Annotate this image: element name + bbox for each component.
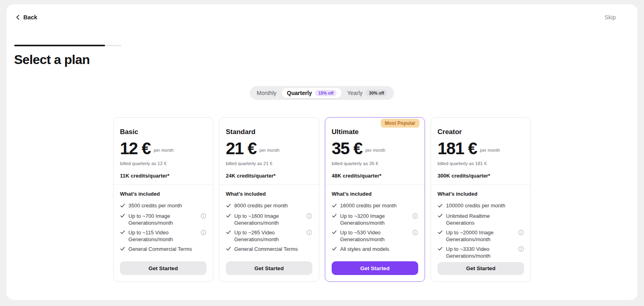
feature-text: Up to ~115 Video Generations/month [128, 229, 192, 243]
plan-price: 12 € [120, 140, 151, 157]
feature-item: Up to ~115 Video Generations/month [120, 229, 206, 243]
info-icon[interactable] [200, 213, 206, 221]
credits-per-quarter: 300K credits/quarter* [438, 173, 524, 179]
title-section: Select a plan [6, 45, 638, 67]
plan-name: Creator [438, 128, 524, 136]
info-icon[interactable] [412, 229, 418, 237]
check-icon [226, 213, 231, 220]
feature-text: Up to ~1600 Image Generations/month [234, 213, 298, 226]
check-icon [332, 213, 337, 220]
page-title: Select a plan [14, 52, 638, 67]
back-button[interactable]: Back [15, 14, 37, 21]
feature-item: General Commercial Terms [120, 246, 206, 253]
check-icon [120, 246, 125, 253]
feature-text: 16000 credits per month [340, 202, 404, 209]
price-row: 181 € per month [438, 140, 524, 157]
plan-name: Standard [226, 128, 312, 136]
skip-button[interactable]: Skip [605, 14, 616, 21]
price-row: 35 € per month [332, 140, 418, 157]
progress-bar [14, 45, 121, 46]
check-icon [332, 229, 337, 236]
card-divider [325, 184, 425, 185]
toggle-option-yearly[interactable]: Yearly 30% off [342, 88, 392, 98]
credits-per-quarter: 11K credits/quarter* [120, 173, 206, 179]
toggle-option-quarterly[interactable]: Quarterly 15% off [282, 88, 342, 98]
check-icon [438, 229, 443, 236]
toggle-label: Yearly [347, 90, 362, 96]
toggle-option-monthly[interactable]: Monthly [252, 88, 282, 98]
feature-item: 16000 credits per month [332, 202, 418, 210]
included-title: What’s included [438, 191, 524, 197]
card-divider [431, 184, 530, 185]
check-icon [120, 229, 125, 236]
feature-list: 16000 credits per month Up to ~3200 Imag… [332, 202, 418, 256]
get-started-button[interactable]: Get Started [120, 261, 206, 275]
check-icon [332, 246, 337, 253]
feature-item: 100000 credits per month [438, 202, 524, 210]
header-bar: Back Skip [6, 4, 638, 21]
back-label: Back [23, 14, 37, 21]
feature-list: 3500 credits per month Up to ~700 Image … [120, 202, 206, 256]
check-icon [120, 213, 125, 220]
included-title: What’s included [120, 191, 206, 197]
info-icon[interactable] [200, 229, 206, 237]
discount-badge: 15% off [315, 90, 336, 97]
feature-item: General Commercial Terms [226, 246, 312, 253]
feature-item: Up to ~20000 Image Generations/month [438, 229, 524, 243]
discount-badge: 30% off [366, 90, 387, 97]
info-icon[interactable] [518, 246, 524, 254]
plan-price: 21 € [226, 140, 256, 157]
get-started-button[interactable]: Get Started [332, 261, 418, 275]
plan-price: 181 € [438, 140, 477, 157]
get-started-button[interactable]: Get Started [438, 262, 524, 275]
info-icon[interactable] [306, 213, 312, 221]
feature-item: Up to ~265 Video Generations/month [226, 229, 312, 243]
feature-item: Unlimited Realtime Generations [438, 213, 524, 226]
toggle-label: Monthly [257, 90, 277, 96]
info-icon[interactable] [412, 213, 418, 221]
feature-text: Up to ~700 Image Generations/month [128, 213, 192, 226]
billing-note: billed quarterly as 181 € [438, 161, 524, 166]
feature-text: Up to ~20000 Image Generations/month [446, 229, 510, 243]
plan-price: 35 € [332, 140, 362, 157]
billing-note: billed quarterly as 21 € [226, 161, 312, 166]
billing-note: billed quarterly as 35 € [332, 161, 418, 166]
feature-item: Up to ~3330 Video Generations/month [438, 246, 524, 259]
plan-chooser: Monthly Quarterly 15% off Yearly 30% off… [6, 67, 638, 282]
credits-per-quarter: 24K credits/quarter* [226, 173, 312, 179]
feature-text: Up to ~3330 Video Generations/month [446, 246, 510, 259]
plan-selection-panel: Back Skip Select a plan Monthly Quarterl… [6, 4, 638, 300]
feature-text: 100000 credits per month [446, 202, 510, 209]
price-row: 12 € per month [120, 140, 206, 157]
feature-text: 3500 credits per month [128, 202, 192, 209]
price-suffix: per month [260, 148, 280, 153]
price-suffix: per month [154, 148, 174, 153]
check-icon [226, 229, 231, 236]
included-title: What’s included [332, 191, 418, 197]
feature-text: All styles and models [340, 246, 404, 252]
info-icon[interactable] [306, 229, 312, 237]
feature-item: Up to ~530 Video Generations/month [332, 229, 418, 243]
feature-item: 8000 credits per month [226, 202, 312, 210]
check-icon [226, 246, 231, 253]
get-started-button[interactable]: Get Started [226, 261, 312, 275]
check-icon [438, 203, 443, 210]
chevron-left-icon [15, 14, 21, 20]
plan-card: Creator 181 € per month billed quarterly… [431, 117, 531, 282]
price-row: 21 € per month [226, 140, 312, 157]
check-icon [438, 213, 443, 220]
feature-text: Up to ~3200 Image Generations/month [340, 213, 404, 226]
plan-card: Most Popular Ultimate 35 € per month bil… [325, 117, 425, 282]
price-suffix: per month [365, 148, 386, 153]
most-popular-badge: Most Popular [381, 119, 419, 128]
check-icon [332, 203, 337, 210]
feature-item: Up to ~1600 Image Generations/month [226, 213, 312, 226]
card-divider [219, 184, 319, 185]
info-icon[interactable] [518, 229, 524, 237]
toggle-label: Quarterly [287, 90, 312, 96]
plan-card: Standard 21 € per month billed quarterly… [219, 117, 319, 282]
plans-row: Basic 12 € per month billed quarterly as… [113, 117, 531, 282]
check-icon [120, 203, 125, 210]
feature-text: Unlimited Realtime Generations [446, 213, 510, 226]
feature-item: 3500 credits per month [120, 202, 206, 210]
